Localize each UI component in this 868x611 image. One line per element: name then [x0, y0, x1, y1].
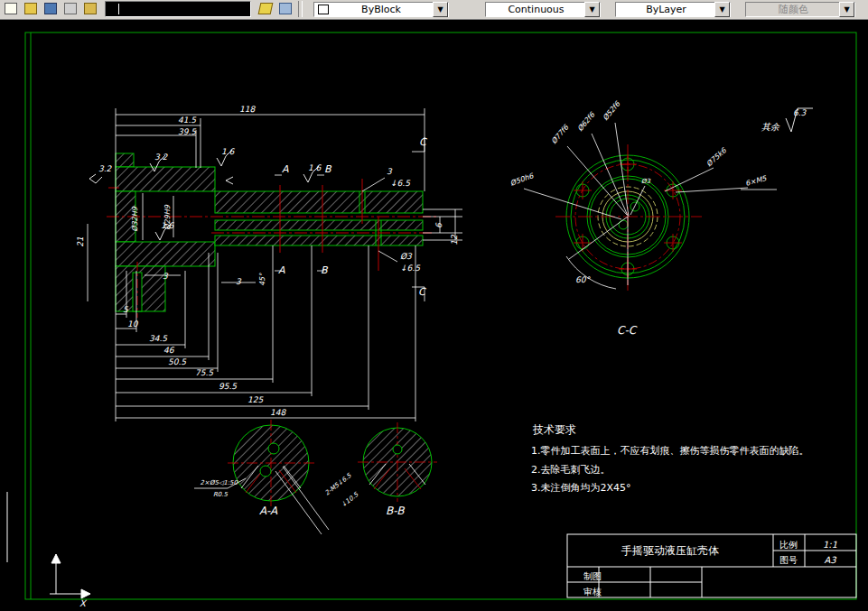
section-bb — [358, 422, 437, 502]
title-block: 手摇驱动液压缸壳体 比例 1:1 图号 A3 制图 审核 — [567, 534, 856, 597]
roughness-value: 3.2 — [154, 153, 169, 162]
section-cut-label: B — [321, 264, 329, 276]
tech-req-item: 1.零件加工表面上，不应有划痕、擦伤等损伤零件表面的缺陷。 — [531, 445, 809, 457]
dim-label: 39.5 — [178, 127, 197, 136]
ucs-icon — [7, 492, 90, 598]
section-cut-label: C — [419, 136, 427, 148]
tech-req-item: 2.去除毛刺飞边。 — [531, 464, 611, 476]
drawing-frame — [25, 32, 856, 599]
dim-label: 60° — [575, 275, 591, 284]
dim-label: 12 — [450, 234, 459, 245]
dwgno-value: A3 — [824, 555, 836, 565]
dim-label: 75.5 — [195, 368, 214, 377]
dim-label: 2×Ø5◁1:50 — [201, 479, 238, 486]
dim-label: Ø3 — [400, 252, 413, 261]
section-view-label: B-B — [386, 505, 405, 517]
part-title: 手摇驱动液压缸壳体 — [621, 544, 719, 557]
dim-label: 41.5 — [178, 116, 197, 125]
dim-label: Ø77f6 — [550, 123, 571, 145]
technical-requirements: 技术要求 1.零件加工表面上，不应有划痕、擦伤等损伤零件表面的缺陷。 2.去除毛… — [531, 423, 809, 494]
dim-label: Ø52f6 — [602, 99, 622, 122]
roughness-value: 1.6 — [308, 163, 322, 172]
surface-note: 其余 — [761, 122, 780, 132]
drawing-canvas[interactable]: 技术要求 1.零件加工表面上，不应有划痕、擦伤等损伤零件表面的缺陷。 2.去除毛… — [0, 0, 868, 611]
scale-value: 1:1 — [823, 540, 837, 550]
scale-label: 比例 — [779, 540, 798, 550]
section-view-label: C-C — [617, 324, 638, 337]
section-view-label: A-A — [259, 505, 278, 517]
dim-label: R0.5 — [213, 491, 229, 498]
roughness-value: 1.6 — [221, 147, 236, 156]
dim-label: 45° — [258, 273, 266, 286]
section-cut-label: C — [418, 286, 426, 298]
dim-label: Ø62f6 — [576, 110, 597, 133]
dim-label: 125 — [247, 395, 264, 404]
dim-label: 95.5 — [219, 382, 238, 391]
roughness-value: 6.3 — [793, 108, 807, 117]
dim-label: ↓6.5 — [400, 264, 421, 273]
dim-label: 10 — [127, 319, 139, 329]
dim-label: 3 — [236, 277, 242, 286]
section-cut-label: A — [282, 163, 289, 175]
dim-label: 148 — [270, 408, 286, 417]
circular-view — [524, 123, 777, 291]
dim-label: 21 — [76, 236, 85, 247]
dim-label: Ø3 — [641, 178, 651, 185]
dim-label: 2-M5↓6.5 — [323, 472, 353, 497]
check-label: 审核 — [583, 587, 602, 597]
dim-label: ↓6.5 — [390, 179, 411, 188]
dim-label: Ø75k6 — [705, 146, 728, 169]
dwgno-label: 图号 — [779, 555, 798, 565]
dim-label: Ø50h6 — [509, 171, 536, 188]
dim-label: ↓10.5 — [340, 491, 359, 509]
section-cut-label: A — [278, 264, 285, 276]
dim-label: Ø29H9 — [163, 204, 172, 229]
roughness-value: 3.2 — [98, 164, 113, 173]
dim-label: 46 — [163, 346, 175, 355]
dim-label: 6 — [434, 222, 443, 228]
dim-label: 3 — [163, 272, 169, 281]
autocad-window: ByBlock ▼ Continuous ▼ ByLayer ▼ 随颜色 ▼ — [0, 0, 868, 611]
dim-label: 118 — [239, 105, 256, 114]
dim-label: 50.5 — [168, 357, 187, 366]
section-cut-label: B — [324, 163, 332, 175]
drawn-label: 制图 — [583, 571, 602, 581]
tech-req-title: 技术要求 — [532, 423, 576, 436]
dim-label: 3 — [387, 167, 393, 176]
dim-label: 34.5 — [149, 334, 168, 343]
ucs-x-label: X — [79, 598, 88, 608]
dim-label: 6×M5 — [744, 174, 768, 188]
tech-req-item: 3.未注倒角均为2X45° — [531, 482, 631, 494]
dim-label: Ø32H9 — [131, 206, 139, 231]
